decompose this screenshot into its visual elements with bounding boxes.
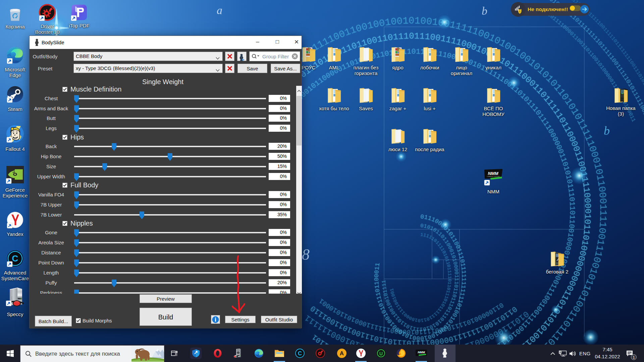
svg-text:C: C [298, 351, 302, 356]
svg-text:A: A [340, 350, 344, 357]
svg-text:U: U [379, 351, 383, 356]
svg-text:NMM: NMM [418, 351, 425, 354]
